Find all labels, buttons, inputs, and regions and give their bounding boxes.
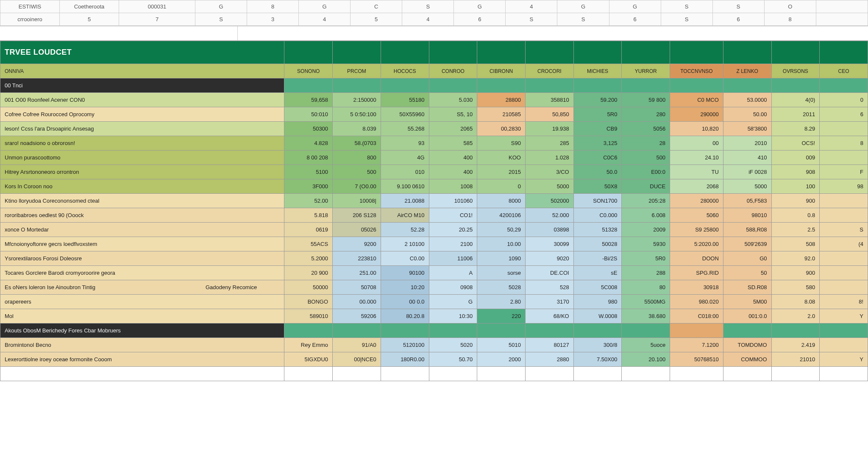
- data-cell[interactable]: 28800: [477, 93, 526, 107]
- data-cell[interactable]: Y: [820, 309, 868, 324]
- data-cell[interactable]: 8.039: [333, 122, 381, 136]
- row-label[interactable]: Bromintonol Becno: [0, 338, 284, 352]
- data-cell[interactable]: 2.0: [771, 309, 820, 324]
- data-cell[interactable]: 50:010: [284, 107, 333, 122]
- data-cell[interactable]: 92.0: [771, 251, 820, 266]
- empty-cell[interactable]: [525, 367, 573, 381]
- data-cell[interactable]: 2.5: [771, 223, 820, 237]
- data-cell[interactable]: 280: [622, 107, 670, 122]
- data-cell[interactable]: 2065: [429, 122, 477, 136]
- data-cell[interactable]: 93: [381, 136, 429, 151]
- row-label[interactable]: Mol: [0, 309, 284, 324]
- column-header-cell[interactable]: 6: [609, 13, 661, 26]
- month-header[interactable]: CONROO: [429, 64, 477, 78]
- data-cell[interactable]: 50.70: [429, 352, 477, 367]
- data-cell[interactable]: 502000: [525, 194, 573, 208]
- data-cell[interactable]: 5028: [477, 280, 526, 295]
- data-cell[interactable]: 68/KO: [525, 309, 573, 324]
- column-header-cell[interactable]: G: [195, 0, 247, 13]
- column-header-cell[interactable]: 4: [299, 13, 351, 26]
- data-cell[interactable]: [820, 266, 868, 280]
- data-cell[interactable]: 5060: [670, 208, 723, 223]
- column-header-cell[interactable]: 5: [351, 13, 402, 26]
- data-cell[interactable]: 2100: [429, 237, 477, 251]
- data-cell[interactable]: 91/A0: [333, 338, 381, 352]
- empty-cell[interactable]: [477, 367, 526, 381]
- data-cell[interactable]: 50.0: [573, 165, 622, 179]
- data-cell[interactable]: 05,F583: [723, 194, 771, 208]
- data-cell[interactable]: 10:30: [429, 309, 477, 324]
- data-cell[interactable]: 5M00: [723, 295, 771, 309]
- data-cell[interactable]: 28: [622, 136, 670, 151]
- data-cell[interactable]: 50X55960: [381, 107, 429, 122]
- data-cell[interactable]: OCS!: [771, 136, 820, 151]
- row-label[interactable]: Es oNers loleron Ise Ainoubron TintigGad…: [0, 280, 284, 295]
- column-header-cell[interactable]: S: [557, 13, 609, 26]
- data-cell[interactable]: 59,658: [284, 93, 333, 107]
- data-cell[interactable]: 8!: [820, 295, 868, 309]
- column-header-cell[interactable]: S: [506, 13, 557, 26]
- data-cell[interactable]: 24.10: [670, 151, 723, 165]
- data-cell[interactable]: 03898: [525, 223, 573, 237]
- data-cell[interactable]: 55.268: [381, 122, 429, 136]
- data-cell[interactable]: 50708: [333, 280, 381, 295]
- data-cell[interactable]: 19.938: [525, 122, 573, 136]
- data-cell[interactable]: 4.828: [284, 136, 333, 151]
- data-cell[interactable]: 206 S128: [333, 208, 381, 223]
- data-cell[interactable]: 50768510: [670, 352, 723, 367]
- data-cell[interactable]: 5010: [477, 338, 526, 352]
- data-cell[interactable]: 400: [429, 151, 477, 165]
- data-cell[interactable]: 9200: [333, 237, 381, 251]
- data-cell[interactable]: BONGO: [284, 295, 333, 309]
- data-cell[interactable]: 500: [333, 165, 381, 179]
- data-cell[interactable]: 0: [477, 179, 526, 194]
- column-header-cell[interactable]: O: [764, 0, 816, 13]
- data-cell[interactable]: 800: [333, 151, 381, 165]
- column-header-cell[interactable]: crrooinero: [0, 13, 60, 26]
- data-cell[interactable]: 0: [820, 93, 868, 107]
- data-cell[interactable]: 5.2000: [284, 251, 333, 266]
- data-cell[interactable]: 210585: [477, 107, 526, 122]
- data-cell[interactable]: C0 MCO: [670, 93, 723, 107]
- data-cell[interactable]: G0: [723, 251, 771, 266]
- data-cell[interactable]: 100: [771, 179, 820, 194]
- data-cell[interactable]: 5IGXDU0: [284, 352, 333, 367]
- data-cell[interactable]: 8: [820, 136, 868, 151]
- data-cell[interactable]: C0.000: [573, 208, 622, 223]
- data-cell[interactable]: 5100: [284, 165, 333, 179]
- data-cell[interactable]: 58.(0703: [333, 136, 381, 151]
- data-cell[interactable]: 009: [771, 151, 820, 165]
- data-cell[interactable]: 10008|: [333, 194, 381, 208]
- column-header-cell[interactable]: 4: [402, 13, 454, 26]
- column-header-cell[interactable]: G: [557, 0, 609, 13]
- data-cell[interactable]: 52.000: [525, 208, 573, 223]
- data-cell[interactable]: S: [820, 223, 868, 237]
- data-cell[interactable]: 58'3800: [723, 122, 771, 136]
- data-cell[interactable]: 288: [622, 266, 670, 280]
- data-cell[interactable]: 7.50X00: [573, 352, 622, 367]
- row-label[interactable]: leson! Ccss l'ara Drsoapiric Ansesag: [0, 122, 284, 136]
- data-cell[interactable]: 00,2830: [477, 122, 526, 136]
- data-cell[interactable]: 4200106: [477, 208, 526, 223]
- data-cell[interactable]: E00:0: [622, 165, 670, 179]
- data-cell[interactable]: 3F000: [284, 179, 333, 194]
- data-cell[interactable]: 20.100: [622, 352, 670, 367]
- data-cell[interactable]: 5:2020.00: [670, 237, 723, 251]
- data-cell[interactable]: 2010: [723, 136, 771, 151]
- data-cell[interactable]: 180R0.00: [381, 352, 429, 367]
- data-cell[interactable]: 5.818: [284, 208, 333, 223]
- data-cell[interactable]: Rey Emmo: [284, 338, 333, 352]
- data-cell[interactable]: 50,29: [477, 223, 526, 237]
- data-cell[interactable]: 05026: [333, 223, 381, 237]
- data-cell[interactable]: 2000: [477, 352, 526, 367]
- data-cell[interactable]: 10.00: [477, 237, 526, 251]
- data-cell[interactable]: 00|NCE0: [333, 352, 381, 367]
- data-cell[interactable]: 2880: [525, 352, 573, 367]
- data-cell[interactable]: 001:0.0: [723, 309, 771, 324]
- data-cell[interactable]: 7.1200: [670, 338, 723, 352]
- data-cell[interactable]: 010: [381, 165, 429, 179]
- data-cell[interactable]: TOMDOMO: [723, 338, 771, 352]
- data-cell[interactable]: S5, 10: [429, 107, 477, 122]
- data-cell[interactable]: 5500MG: [622, 295, 670, 309]
- data-cell[interactable]: 205:28: [622, 194, 670, 208]
